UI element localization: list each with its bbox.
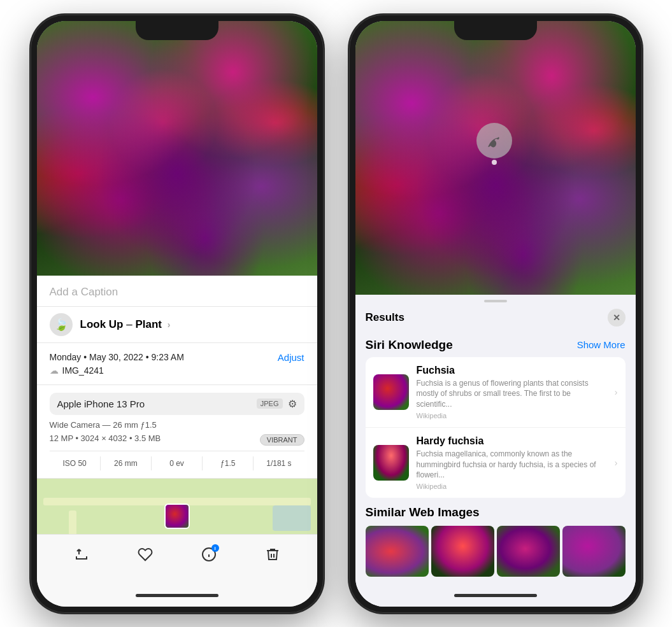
share-button[interactable] [74, 547, 89, 562]
spec-mm: 26 mm [101, 456, 152, 470]
power-button[interactable] [323, 148, 324, 202]
spec-shutter: 1/181 s [254, 456, 304, 470]
date-row: Monday • May 30, 2022 • 9:23 AM Adjust [50, 352, 304, 363]
volume-up-button[interactable] [31, 148, 31, 187]
fuchsia-text: Fuchsia Fuchsia is a genus of flowering … [417, 365, 607, 419]
flower-photo[interactable] [37, 21, 317, 276]
visual-lookup-overlay[interactable] [476, 123, 512, 159]
tech-specs: ISO 50 26 mm 0 ev ƒ1.5 1/181 s [50, 451, 304, 470]
map-background [37, 479, 317, 534]
camera-section: Apple iPhone 13 Pro JPEG ⚙ Wide Camera —… [37, 385, 317, 479]
flower-gradient [37, 21, 317, 276]
right-volume-up-button[interactable] [349, 148, 350, 187]
camera-row2: 12 MP • 3024 × 4032 • 3.5 MB VIBRANT [50, 433, 304, 447]
results-panel: Results ✕ Siri Knowledge Show More [355, 295, 636, 607]
right-mute-button[interactable] [349, 116, 350, 139]
left-phone: Add a Caption 🍃 Look Up – Plant › Monday… [31, 15, 324, 613]
map-water [273, 505, 311, 531]
siri-knowledge-header: Siri Knowledge Show More [366, 338, 626, 352]
filename-row: ☁ IMG_4241 [50, 365, 304, 376]
similar-image-1[interactable] [366, 526, 429, 577]
camera-header: Apple iPhone 13 Pro JPEG ⚙ [50, 393, 304, 415]
right-flower-photo[interactable] [355, 21, 636, 295]
format-badge: JPEG [257, 398, 283, 409]
camera-badges: JPEG ⚙ [257, 398, 297, 410]
handle-bar [484, 300, 507, 302]
similar-image-2[interactable] [431, 526, 494, 577]
hardy-description: Fuchsia magellanica, commonly known as t… [417, 449, 607, 481]
info-badge-icon: i [214, 546, 215, 551]
leaf-icon: 🍃 [54, 318, 68, 332]
right-home-indicator [355, 585, 636, 607]
fuchsia-item[interactable]: Fuchsia Fuchsia is a genus of flowering … [366, 357, 626, 428]
show-more-button[interactable]: Show More [577, 339, 626, 350]
scene: Add a Caption 🍃 Look Up – Plant › Monday… [0, 0, 672, 627]
hardy-thumbnail [373, 445, 409, 481]
vibrant-badge: VIBRANT [260, 434, 304, 446]
results-header: Results ✕ [355, 305, 636, 333]
right-home-bar [454, 594, 537, 597]
map-thumbnail [164, 504, 190, 529]
similar-image-4[interactable] [562, 526, 626, 577]
similar-images [366, 526, 626, 577]
map-section[interactable] [37, 479, 317, 534]
lookup-row[interactable]: 🍃 Look Up – Plant › [37, 307, 317, 343]
hardy-source: Wikipedia [417, 483, 607, 490]
resolution-text: 12 MP • 3024 × 4032 • 3.5 MB [50, 433, 161, 443]
similar-title: Similar Web Images [366, 505, 626, 519]
fuchsia-chevron-icon: › [615, 387, 618, 397]
results-title: Results [366, 311, 404, 324]
home-bar [136, 594, 218, 597]
hardy-fuchsia-item[interactable]: Hardy fuchsia Fuchsia magellanica, commo… [366, 428, 626, 498]
knowledge-card: Fuchsia Fuchsia is a genus of flowering … [366, 357, 626, 498]
hardy-thumb-image [373, 445, 409, 481]
spec-iso: ISO 50 [50, 456, 101, 470]
similar-section: Similar Web Images [366, 505, 626, 577]
camera-name: Apple iPhone 13 Pro [57, 398, 145, 409]
vlu-dot [492, 160, 497, 165]
right-volume-down-button[interactable] [349, 196, 350, 234]
mute-button[interactable] [31, 116, 31, 139]
siri-knowledge-title: Siri Knowledge [366, 338, 453, 352]
left-phone-screen: Add a Caption 🍃 Look Up – Plant › Monday… [37, 21, 317, 607]
camera-details: Wide Camera — 26 mm ƒ1.5 [50, 420, 304, 430]
close-button[interactable]: ✕ [608, 309, 626, 327]
flower-background [37, 21, 317, 276]
right-phone-screen: Results ✕ Siri Knowledge Show More [355, 21, 636, 607]
hardy-title: Hardy fuchsia [417, 435, 607, 447]
adjust-button[interactable]: Adjust [278, 352, 304, 363]
date-text: Monday • May 30, 2022 • 9:23 AM [50, 352, 184, 362]
map-road-2 [69, 511, 76, 534]
lookup-chevron-icon: › [168, 320, 171, 330]
info-badge: i [211, 544, 219, 552]
cloud-icon: ☁ [50, 365, 59, 376]
delete-button[interactable] [265, 547, 280, 562]
fuchsia-thumb-image [373, 374, 409, 410]
right-power-button[interactable] [641, 148, 642, 202]
lookup-label[interactable]: Look Up – Plant › [80, 318, 171, 331]
spec-aperture: ƒ1.5 [203, 456, 254, 470]
results-content[interactable]: Siri Knowledge Show More Fuchsia Fuchsia… [355, 333, 636, 585]
volume-down-button[interactable] [31, 196, 31, 234]
fuchsia-source: Wikipedia [417, 412, 607, 419]
results-handle [355, 295, 636, 305]
camera-wide: Wide Camera — 26 mm ƒ1.5 [50, 420, 304, 430]
bottom-toolbar: i [37, 534, 317, 585]
fuchsia-description: Fuchsia is a genus of flowering plants t… [417, 378, 607, 410]
caption-area[interactable]: Add a Caption [37, 276, 317, 307]
filename-text: IMG_4241 [62, 365, 104, 376]
similar-image-3[interactable] [497, 526, 560, 577]
lookup-icon: 🍃 [50, 313, 73, 336]
favorite-button[interactable] [138, 547, 153, 562]
date-section: Monday • May 30, 2022 • 9:23 AM Adjust ☁… [37, 343, 317, 385]
fuchsia-title: Fuchsia [417, 365, 607, 376]
notch [136, 21, 218, 40]
fuchsia-thumbnail [373, 374, 409, 410]
caption-placeholder[interactable]: Add a Caption [50, 286, 118, 298]
right-notch [454, 21, 537, 40]
info-button[interactable]: i [201, 547, 217, 562]
settings-icon[interactable]: ⚙ [288, 398, 297, 410]
right-phone: Results ✕ Siri Knowledge Show More [349, 15, 642, 613]
spec-ev: 0 ev [152, 456, 203, 470]
hardy-text: Hardy fuchsia Fuchsia magellanica, commo… [417, 435, 607, 490]
